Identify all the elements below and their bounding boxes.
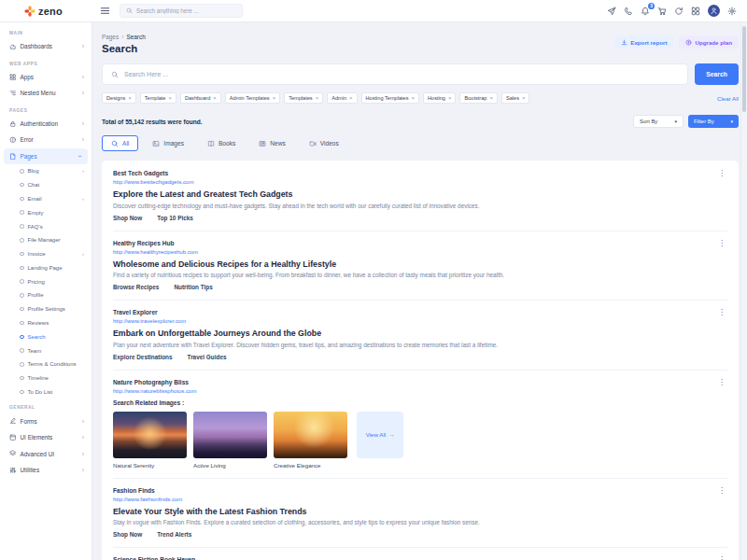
sidebar-subitem-terms-conditions[interactable]: Terms & Conditions xyxy=(0,357,92,371)
result-link[interactable]: Explore Destinations xyxy=(113,354,173,360)
image-thumbnail[interactable] xyxy=(113,412,187,458)
sidebar-item-ui-elements[interactable]: UI Elements› xyxy=(0,429,92,446)
clear-all-filters[interactable]: Clear All xyxy=(717,95,739,102)
cart-icon[interactable] xyxy=(657,7,667,16)
sidebar-subitem-file-manager[interactable]: File Manager xyxy=(0,233,92,247)
result-headline[interactable]: Elevate Your Style with the Latest Fashi… xyxy=(113,507,727,516)
sidebar-subitem-team[interactable]: Team xyxy=(0,343,92,357)
filter-chip-admin-templates[interactable]: Admin Templates× xyxy=(225,92,280,104)
tab-books[interactable]: Books xyxy=(198,135,245,151)
refresh-icon[interactable] xyxy=(674,7,684,16)
sort-by-button[interactable]: Sort By ▾ xyxy=(633,115,684,128)
result-url[interactable]: http://www.fashionfinds.com xyxy=(113,497,727,502)
result-link[interactable]: Nutrition Tips xyxy=(174,284,212,290)
result-headline[interactable]: Explore the Latest and Greatest Tech Gad… xyxy=(113,189,727,199)
more-options-icon[interactable]: ⋮ xyxy=(716,379,727,386)
menu-toggle-icon[interactable] xyxy=(100,6,110,16)
remove-filter-icon[interactable]: × xyxy=(316,95,319,101)
filter-chip-bootstrap[interactable]: Bootstrap× xyxy=(459,92,497,104)
phone-icon[interactable] xyxy=(624,7,633,16)
sidebar-subitem-to-do-list[interactable]: To Do List xyxy=(0,385,92,399)
breadcrumb-pages[interactable]: Pages xyxy=(102,34,119,40)
sidebar-item-utilities[interactable]: Utilities› xyxy=(0,462,92,479)
remove-filter-icon[interactable]: × xyxy=(489,95,493,101)
gear-icon[interactable] xyxy=(727,7,737,16)
result-link[interactable]: Travel Guides xyxy=(188,354,227,360)
sidebar-item-nested-menu[interactable]: Nested Menu› xyxy=(0,85,92,102)
sidebar-subitem-faq-s[interactable]: FAQ's xyxy=(0,219,92,233)
filter-chip-templates[interactable]: Templates× xyxy=(284,92,323,104)
user-avatar[interactable] xyxy=(708,5,720,17)
result-image[interactable]: Natural Serenity xyxy=(113,412,187,469)
result-link[interactable]: Trend Alerts xyxy=(157,531,191,538)
scrollbar[interactable] xyxy=(740,22,747,560)
results-search[interactable] xyxy=(102,63,688,85)
remove-filter-icon[interactable]: × xyxy=(448,95,452,101)
sidebar-item-advanced-ui[interactable]: Advanced UI› xyxy=(0,445,92,462)
view-all-button[interactable]: View All→ xyxy=(357,412,403,458)
grid-icon[interactable] xyxy=(691,7,700,16)
sidebar-subitem-search[interactable]: Search xyxy=(0,329,92,343)
search-button[interactable]: Search xyxy=(695,63,739,85)
sidebar-subitem-empty[interactable]: Empty xyxy=(0,205,92,219)
more-options-icon[interactable]: ⋮ xyxy=(716,170,727,177)
tab-videos[interactable]: Videos xyxy=(300,135,348,151)
remove-filter-icon[interactable]: × xyxy=(168,95,172,101)
sidebar-item-authentication[interactable]: Authentication› xyxy=(0,116,92,133)
tab-all[interactable]: All xyxy=(102,135,138,151)
result-link[interactable]: Browse Recipes xyxy=(113,284,159,290)
sidebar-subitem-timeline[interactable]: Timeline xyxy=(0,371,92,385)
filter-chip-designs[interactable]: Designs× xyxy=(102,92,136,104)
filter-chip-admin[interactable]: Admin× xyxy=(327,92,357,104)
tab-images[interactable]: Images xyxy=(143,135,193,151)
filter-chip-dashboard[interactable]: Dashboard× xyxy=(180,92,221,104)
sidebar-item-pages[interactable]: Pages› xyxy=(4,148,88,165)
global-search[interactable] xyxy=(120,4,243,18)
send-icon[interactable] xyxy=(607,7,616,16)
sidebar-subitem-invoice[interactable]: Invoice› xyxy=(0,247,92,261)
result-link[interactable]: Top 10 Picks xyxy=(157,215,193,221)
result-url[interactable]: http://www.natureblissphotos.com xyxy=(113,388,727,394)
global-search-input[interactable] xyxy=(136,7,236,14)
export-report-button[interactable]: Export report xyxy=(614,35,673,49)
sidebar-subitem-reviews[interactable]: Reviews xyxy=(0,316,92,330)
result-link[interactable]: Shop Now xyxy=(113,215,142,221)
filter-chip-sales[interactable]: Sales× xyxy=(501,92,530,104)
sidebar-item-dashboards[interactable]: Dashboards› xyxy=(0,38,92,55)
filter-chip-hosting-templates[interactable]: Hosting Templates× xyxy=(361,92,419,104)
filter-chip-template[interactable]: Template× xyxy=(140,92,176,104)
sidebar-subitem-profile-settings[interactable]: Profile Settings xyxy=(0,302,92,316)
sidebar-item-apps[interactable]: Apps› xyxy=(0,69,92,86)
more-options-icon[interactable]: ⋮ xyxy=(716,309,727,316)
bell-icon[interactable]: 3 xyxy=(641,7,650,16)
filter-by-button[interactable]: Filter By ▾ xyxy=(688,115,739,128)
more-options-icon[interactable]: ⋮ xyxy=(716,556,727,560)
remove-filter-icon[interactable]: × xyxy=(522,95,526,101)
result-headline[interactable]: Wholesome and Delicious Recipes for a He… xyxy=(113,259,727,269)
filter-chip-hosting[interactable]: Hosting× xyxy=(423,92,456,104)
sidebar-subitem-profile[interactable]: Profile xyxy=(0,288,92,302)
upgrade-plan-button[interactable]: Upgrade plan xyxy=(679,35,739,49)
sidebar-subitem-email[interactable]: Email› xyxy=(0,192,92,206)
sidebar-subitem-chat[interactable]: Chat xyxy=(0,178,92,192)
remove-filter-icon[interactable]: × xyxy=(213,95,217,101)
remove-filter-icon[interactable]: × xyxy=(349,95,353,101)
results-search-input[interactable] xyxy=(124,71,679,77)
result-headline[interactable]: Embark on Unforgettable Journeys Around … xyxy=(113,329,727,338)
result-image[interactable]: Active Living xyxy=(193,412,267,469)
sidebar-item-error[interactable]: Error› xyxy=(0,132,92,148)
sidebar-subitem-blog[interactable]: Blog› xyxy=(0,164,92,178)
image-thumbnail[interactable] xyxy=(193,412,267,458)
result-url[interactable]: http://www.travelexplorer.com xyxy=(113,318,727,324)
result-link[interactable]: Shop Now xyxy=(113,531,142,538)
scrollbar-thumb[interactable] xyxy=(742,26,746,112)
remove-filter-icon[interactable]: × xyxy=(273,95,276,101)
sidebar-subitem-pricing[interactable]: Pricing xyxy=(0,274,92,288)
remove-filter-icon[interactable]: × xyxy=(411,95,415,101)
tab-news[interactable]: News xyxy=(249,135,295,151)
sidebar-subitem-landing-page[interactable]: Landing Page xyxy=(0,260,92,274)
more-options-icon[interactable]: ⋮ xyxy=(716,487,727,495)
image-thumbnail[interactable] xyxy=(274,412,347,458)
result-image[interactable]: Creative Elegance xyxy=(274,412,347,469)
logo[interactable]: zeno xyxy=(0,6,92,17)
